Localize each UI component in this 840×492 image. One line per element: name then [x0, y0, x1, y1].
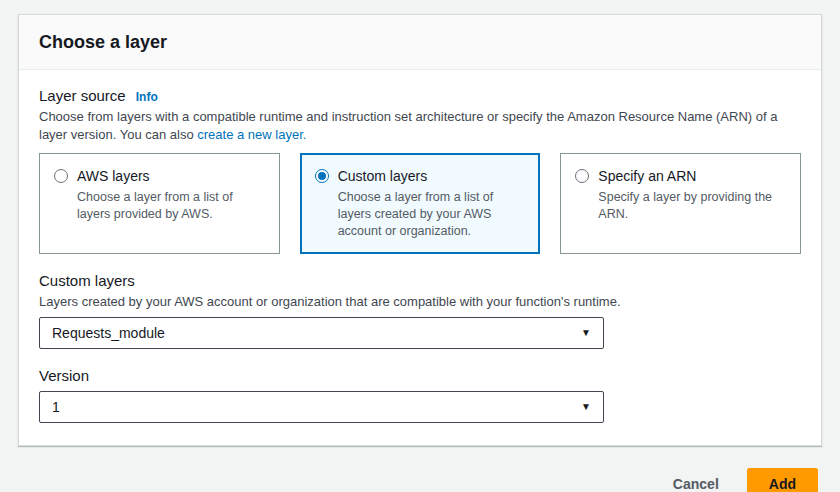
- version-section: Version 1 ▼: [39, 366, 801, 423]
- radio-button-specify-an-arn[interactable]: [575, 169, 589, 183]
- custom-layers-description: Layers created by your AWS account or or…: [39, 293, 801, 311]
- layer-source-label-row: Layer source Info: [39, 86, 801, 105]
- choose-a-layer-panel: Choose a layer Layer source Info Choose …: [18, 14, 822, 446]
- tile-content: Specify an ARN Specify a layer by provid…: [598, 167, 776, 223]
- tile-custom-layers[interactable]: Custom layers Choose a layer from a list…: [300, 153, 541, 254]
- tile-aws-layers[interactable]: AWS layers Choose a layer from a list of…: [39, 153, 280, 254]
- radio-button-aws-layers[interactable]: [54, 169, 68, 183]
- version-select[interactable]: 1 ▼: [39, 391, 604, 423]
- page-actions: Cancel Add: [18, 468, 818, 492]
- layer-source-description-text: Choose from layers with a compatible run…: [39, 109, 777, 142]
- layer-source-label: Layer source: [39, 86, 126, 105]
- tile-content: Custom layers Choose a layer from a list…: [338, 167, 516, 240]
- info-link[interactable]: Info: [136, 90, 158, 104]
- layer-source-description: Choose from layers with a compatible run…: [39, 108, 801, 144]
- tile-specify-an-arn[interactable]: Specify an ARN Specify a layer by provid…: [560, 153, 801, 254]
- tile-title: Custom layers: [338, 167, 516, 185]
- custom-layers-label: Custom layers: [39, 271, 801, 290]
- cancel-button[interactable]: Cancel: [673, 476, 719, 492]
- custom-layers-select-value: Requests_module: [52, 325, 165, 341]
- layer-source-tiles: AWS layers Choose a layer from a list of…: [39, 153, 801, 254]
- tile-title: AWS layers: [77, 167, 255, 185]
- radio-button-custom-layers[interactable]: [315, 169, 329, 183]
- panel-body: Layer source Info Choose from layers wit…: [19, 70, 821, 445]
- version-select-value: 1: [52, 399, 60, 415]
- tile-content: AWS layers Choose a layer from a list of…: [77, 167, 255, 223]
- custom-layers-select[interactable]: Requests_module ▼: [39, 317, 604, 349]
- tile-title: Specify an ARN: [598, 167, 776, 185]
- caret-down-icon: ▼: [581, 402, 591, 412]
- caret-down-icon: ▼: [581, 328, 591, 338]
- custom-layers-section: Custom layers Layers created by your AWS…: [39, 271, 801, 349]
- tile-description: Specify a layer by providing the ARN.: [598, 189, 776, 223]
- version-label: Version: [39, 366, 801, 385]
- create-new-layer-link[interactable]: create a new layer.: [197, 127, 306, 142]
- panel-title: Choose a layer: [39, 32, 801, 53]
- tile-description: Choose a layer from a list of layers cre…: [338, 189, 516, 240]
- panel-header: Choose a layer: [19, 15, 821, 70]
- tile-description: Choose a layer from a list of layers pro…: [77, 189, 255, 223]
- add-button[interactable]: Add: [747, 468, 818, 492]
